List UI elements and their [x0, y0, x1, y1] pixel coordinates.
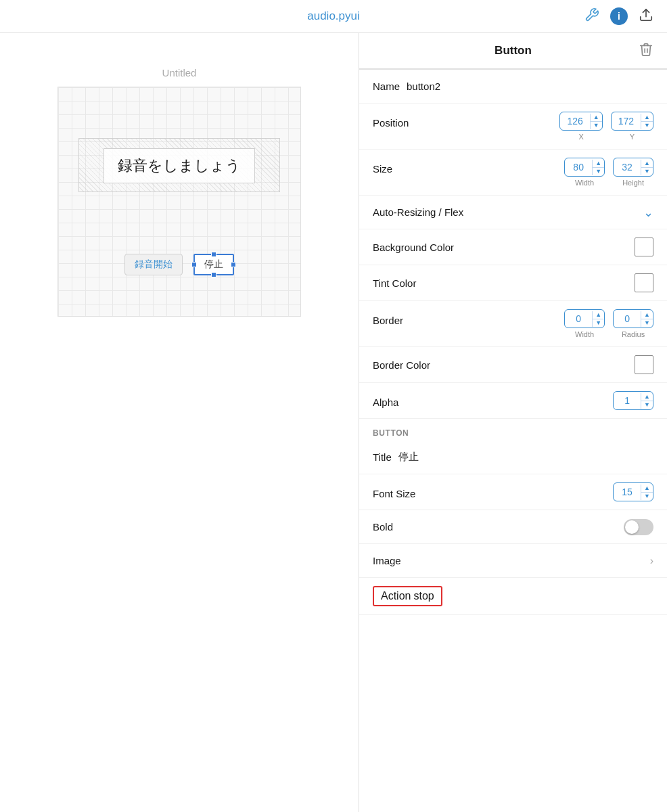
border-radius-down[interactable]: ▼ [641, 319, 653, 327]
size-width-value: 80 [565, 158, 592, 176]
size-inputs: 80 ▲ ▼ Width 32 ▲ ▼ [440, 158, 653, 187]
font-size-row: Font Size 15 ▲ ▼ [359, 474, 667, 510]
header: audio.pyui i [0, 0, 667, 33]
size-width-input[interactable]: 80 ▲ ▼ [564, 158, 605, 177]
name-label: Name [373, 81, 400, 92]
auto-resize-chevron: ⌄ [643, 205, 653, 220]
alpha-down[interactable]: ▼ [641, 401, 653, 409]
border-width-group: 0 ▲ ▼ Width [564, 309, 605, 338]
border-radius-up[interactable]: ▲ [641, 311, 653, 319]
name-row: Name button2 [359, 70, 667, 104]
border-color-swatch[interactable] [635, 355, 653, 374]
action-label: Action [381, 590, 411, 602]
font-size-value: 15 [614, 483, 641, 501]
image-row[interactable]: Image › [359, 544, 667, 578]
canvas-label: 録音をしましょう [104, 148, 255, 183]
alpha-row: Alpha 1 ▲ ▼ [359, 383, 667, 419]
font-size-input[interactable]: 15 ▲ ▼ [613, 482, 653, 501]
position-inputs: 126 ▲ ▼ X 172 ▲ ▼ [440, 112, 653, 141]
border-radius-group: 0 ▲ ▼ Radius [613, 309, 653, 338]
alpha-up[interactable]: ▲ [641, 393, 653, 401]
border-width-input[interactable]: 0 ▲ ▼ [564, 309, 605, 328]
stop-button-selected[interactable]: 停止 [193, 254, 234, 275]
position-x-input[interactable]: 126 ▲ ▼ [559, 112, 602, 131]
action-row: Action stop [359, 578, 667, 615]
position-y-up[interactable]: ▲ [641, 114, 653, 122]
handle-middle-left[interactable] [191, 262, 197, 267]
size-width-stepper: ▲ ▼ [592, 160, 604, 175]
alpha-inputs: 1 ▲ ▼ [440, 391, 653, 410]
border-width-stepper: ▲ ▼ [592, 311, 604, 327]
position-x-value: 126 [560, 112, 589, 130]
size-height-value: 32 [614, 158, 641, 176]
width-label: Width [575, 179, 594, 187]
alpha-value: 1 [614, 392, 641, 409]
font-size-up[interactable]: ▲ [641, 484, 653, 493]
position-y-stepper: ▲ ▼ [641, 114, 653, 129]
alpha-group: 1 ▲ ▼ [613, 391, 653, 410]
button-section-label: BUTTON [359, 419, 667, 441]
width-down[interactable]: ▼ [593, 168, 604, 175]
x-axis-label: X [578, 133, 583, 141]
name-value: button2 [407, 81, 440, 92]
canvas-buttons: 録音開始 停止 [124, 254, 234, 275]
alpha-input[interactable]: 1 ▲ ▼ [613, 391, 653, 410]
font-size-down[interactable]: ▼ [641, 493, 653, 500]
size-height-stepper: ▲ ▼ [641, 160, 653, 175]
wrench-icon[interactable] [584, 7, 599, 26]
image-label: Image [373, 555, 401, 566]
border-width-label: Width [575, 330, 594, 338]
position-row: Position 126 ▲ ▼ X 172 [359, 104, 667, 150]
file-title: audio.pyui [307, 9, 360, 23]
height-up[interactable]: ▲ [641, 160, 653, 168]
border-radius-input[interactable]: 0 ▲ ▼ [613, 309, 653, 328]
size-height-group: 32 ▲ ▼ Height [613, 158, 653, 187]
border-width-up[interactable]: ▲ [593, 311, 604, 319]
font-size-group: 15 ▲ ▼ [613, 482, 653, 501]
position-y-down[interactable]: ▼ [641, 122, 653, 129]
auto-resize-row[interactable]: Auto-Resizing / Flex ⌄ [359, 196, 667, 229]
size-label: Size [373, 158, 440, 175]
size-height-input[interactable]: 32 ▲ ▼ [613, 158, 653, 177]
title-label: Title [373, 451, 392, 463]
border-width-down[interactable]: ▼ [593, 319, 604, 327]
height-label: Height [622, 179, 644, 187]
tint-color-row: Tint Color [359, 265, 667, 301]
delete-icon[interactable] [639, 42, 653, 60]
position-y-value: 172 [612, 112, 641, 130]
info-icon[interactable]: i [610, 7, 628, 25]
border-radius-stepper: ▲ ▼ [641, 311, 653, 327]
bold-label: Bold [373, 521, 393, 533]
action-stop-box[interactable]: Action stop [373, 586, 442, 606]
handle-bottom-middle[interactable] [211, 272, 216, 277]
tint-color-swatch[interactable] [635, 273, 653, 292]
start-button[interactable]: 録音開始 [124, 254, 183, 275]
position-y-input[interactable]: 172 ▲ ▼ [611, 112, 653, 131]
title-value: 停止 [398, 451, 419, 464]
y-axis-label: Y [630, 133, 635, 141]
header-icons: i [584, 7, 653, 26]
bold-row: Bold [359, 510, 667, 544]
handle-top-middle[interactable] [211, 252, 216, 257]
panel-header: Button [359, 33, 667, 70]
position-x-up[interactable]: ▲ [591, 114, 602, 122]
border-inputs: 0 ▲ ▼ Width 0 ▲ ▼ [440, 309, 653, 338]
main-content: Untitled 録音をしましょう 録音開始 停止 Button [0, 33, 667, 812]
border-radius-value: 0 [614, 310, 641, 328]
height-down[interactable]: ▼ [641, 168, 653, 175]
handle-middle-right[interactable] [231, 262, 236, 267]
upload-icon[interactable] [639, 7, 653, 26]
bold-toggle[interactable] [624, 519, 653, 535]
panel-title: Button [495, 44, 532, 58]
canvas-panel: Untitled 録音をしましょう 録音開始 停止 [0, 33, 359, 812]
size-width-group: 80 ▲ ▼ Width [564, 158, 605, 187]
title-row: Title 停止 [359, 441, 667, 474]
border-row: Border 0 ▲ ▼ Width 0 [359, 301, 667, 347]
width-up[interactable]: ▲ [593, 160, 604, 168]
bg-color-swatch[interactable] [635, 238, 653, 256]
position-x-down[interactable]: ▼ [591, 122, 602, 129]
canvas-frame[interactable]: 録音をしましょう 録音開始 停止 [58, 87, 301, 317]
auto-resize-label: Auto-Resizing / Flex [373, 206, 463, 218]
font-size-inputs: 15 ▲ ▼ [440, 482, 653, 501]
image-chevron: › [650, 555, 653, 567]
